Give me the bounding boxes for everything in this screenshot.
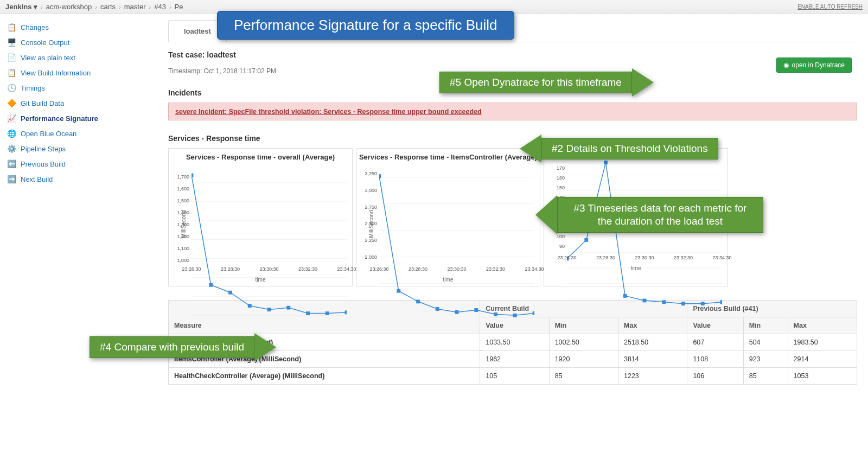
svg-rect-14 <box>306 311 310 315</box>
sidebar-item-label: Performance Signature <box>21 114 98 123</box>
svg-rect-24 <box>397 289 400 293</box>
sidebar-item-label: View as plain text <box>21 54 75 62</box>
sidebar-item-git-build-data[interactable]: 🔶Git Build Data <box>0 95 163 111</box>
incident-banner: severe Incident: SpecFile threshold viol… <box>168 103 857 120</box>
sidebar-item-label: Timings <box>21 84 45 92</box>
sidebar-item-label: Git Build Data <box>21 99 64 107</box>
perf-icon: 📈 <box>7 113 16 123</box>
test-case-title: Test case: loadtest <box>168 50 857 59</box>
text-icon: 📄 <box>7 53 16 62</box>
svg-rect-23 <box>379 174 381 178</box>
svg-rect-16 <box>345 310 347 314</box>
sidebar-item-performance-signature[interactable]: 📈Performance Signature <box>0 111 163 126</box>
sidebar-item-changes[interactable]: 📋Changes <box>0 20 163 35</box>
sidebar-item-label: Next Build <box>21 175 53 183</box>
chart-2: MilliSecond 90100110120130140150160170 2… <box>544 148 728 286</box>
crumb-master[interactable]: master <box>124 3 146 11</box>
enable-auto-refresh-link[interactable]: ENABLE AUTO REFRESH <box>797 4 863 10</box>
svg-rect-30 <box>513 314 517 317</box>
blueocean-icon: 🌐 <box>7 129 16 138</box>
svg-rect-46 <box>662 300 666 304</box>
svg-rect-12 <box>267 308 271 311</box>
sidebar-item-next-build[interactable]: ➡️Next Build <box>0 171 163 187</box>
crumb-acm[interactable]: acm-workshop <box>46 3 92 11</box>
info-icon: 📋 <box>7 68 16 78</box>
sidebar-item-label: Pipeline Steps <box>21 145 66 153</box>
svg-rect-25 <box>416 299 420 303</box>
table-row: ItemsController (Average) (MilliSecond) … <box>169 350 857 367</box>
incidents-heading: Incidents <box>168 88 857 97</box>
sidebar-item-previous-build[interactable]: ⬅️Previous Build <box>0 156 163 171</box>
svg-rect-47 <box>681 302 685 305</box>
prev-icon: ⬅️ <box>7 159 16 169</box>
sidebar-item-view-as-plain-text[interactable]: 📄View as plain text <box>0 50 163 65</box>
chart-1: Services - Response time - ItemsControll… <box>356 148 540 286</box>
next-icon: ➡️ <box>7 174 16 184</box>
timestamp: Timestamp: Oct 1, 2018 11:17:02 PM <box>168 67 857 75</box>
git-icon: 🔶 <box>7 98 16 108</box>
sidebar: 📋Changes🖥️Console Output📄View as plain t… <box>0 14 163 406</box>
main-content: loadtest Test case: loadtest Timestamp: … <box>163 14 868 406</box>
crumb-carts[interactable]: carts <box>100 3 116 11</box>
pipeline-icon: ⚙️ <box>7 144 16 154</box>
charts-row: Services - Response time - overall (Aver… <box>168 148 857 286</box>
svg-rect-9 <box>209 283 213 287</box>
sidebar-item-label: Console Output <box>21 39 69 47</box>
svg-rect-48 <box>701 302 705 305</box>
svg-rect-11 <box>248 304 252 308</box>
chart-0: Services - Response time - overall (Aver… <box>168 148 353 286</box>
sidebar-item-console-output[interactable]: 🖥️Console Output <box>0 35 163 50</box>
x-axis-label: time <box>171 277 350 283</box>
tabs: loadtest <box>168 20 857 42</box>
sidebar-item-label: Changes <box>21 23 49 31</box>
console-icon: 🖥️ <box>7 37 16 47</box>
sidebar-item-pipeline-steps[interactable]: ⚙️Pipeline Steps <box>0 141 163 156</box>
incident-link[interactable]: severe Incident: SpecFile threshold viol… <box>175 108 482 116</box>
sidebar-item-open-blue-ocean[interactable]: 🌐Open Blue Ocean <box>0 126 163 141</box>
svg-rect-49 <box>720 300 722 304</box>
table-row: overall (Average) (MilliSecond) 1033.501… <box>169 334 857 350</box>
crumb-build[interactable]: #43 <box>154 3 166 11</box>
svg-rect-8 <box>192 173 193 177</box>
breadcrumb-bar: Jenkins ▾ › acm-workshop › carts › maste… <box>0 0 868 14</box>
breadcrumbs: Jenkins ▾ › acm-workshop › carts › maste… <box>5 3 183 11</box>
open-dynatrace-button[interactable]: ◉ open in Dynatrace <box>776 58 852 73</box>
svg-rect-45 <box>643 299 647 303</box>
dynatrace-icon: ◉ <box>783 61 789 69</box>
svg-rect-26 <box>436 307 439 311</box>
svg-rect-44 <box>623 294 627 298</box>
svg-rect-42 <box>584 238 588 242</box>
svg-rect-13 <box>286 306 290 310</box>
tab-loadtest[interactable]: loadtest <box>168 20 227 42</box>
svg-rect-29 <box>494 312 497 316</box>
crumb-pe[interactable]: Pe <box>175 3 183 11</box>
svg-rect-28 <box>474 308 478 312</box>
svg-rect-10 <box>228 291 232 295</box>
table-row: HealthCheckController (Average) (MilliSe… <box>169 367 857 384</box>
chart-title: Services - Response time - overall (Aver… <box>171 153 350 162</box>
x-axis-label: time <box>546 265 725 271</box>
chart-title: Services - Response time - ItemsControll… <box>359 153 538 162</box>
charts-section-title: Services - Response time <box>168 134 857 143</box>
changes-icon: 📋 <box>7 22 16 32</box>
sidebar-item-label: Previous Build <box>21 160 66 168</box>
svg-rect-27 <box>455 310 459 314</box>
sidebar-item-timings[interactable]: 🕒Timings <box>0 80 163 95</box>
sidebar-item-view-build-information[interactable]: 📋View Build Information <box>0 65 163 80</box>
timings-icon: 🕒 <box>7 83 16 93</box>
x-axis-label: time <box>359 277 538 283</box>
crumb-jenkins[interactable]: Jenkins ▾ <box>5 3 37 11</box>
sidebar-item-label: Open Blue Ocean <box>21 130 76 138</box>
svg-rect-43 <box>604 161 608 164</box>
svg-rect-31 <box>533 311 534 315</box>
svg-rect-15 <box>326 311 329 315</box>
sidebar-item-label: View Build Information <box>21 69 91 77</box>
